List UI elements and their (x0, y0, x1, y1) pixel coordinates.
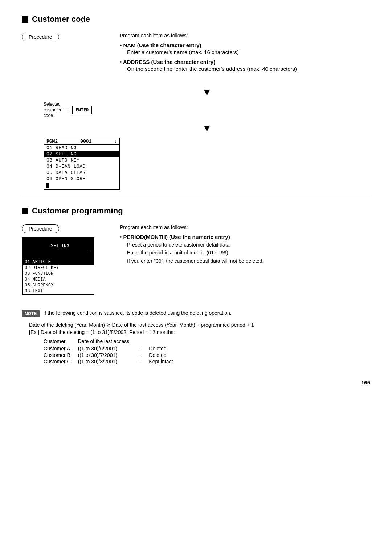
section2-left: Procedure SETTING ↓ 01 ARTICLE 02 DIRECT… (22, 224, 109, 299)
table-cell-date-c: ((1 to 30)/8/2001) (78, 358, 137, 365)
page-number: 165 (22, 379, 370, 386)
period-desc-1: Preset a period to delete customer detai… (127, 241, 370, 249)
arrow-right-icon: → (64, 107, 69, 113)
section1-procedure-badge: Procedure (22, 33, 59, 41)
section2-title: Customer programming (22, 206, 370, 216)
setting-row-2: 02 DIRECT KEY (23, 265, 94, 271)
lcd-row-2: 02 SETTING (44, 151, 119, 157)
section2: Customer programming Procedure SETTING ↓… (22, 206, 370, 365)
customer-table: Customer Date of the last access Custome… (44, 338, 180, 365)
period-desc-3: If you enter "00", the customer detail d… (127, 257, 370, 265)
col-header-customer: Customer (44, 338, 78, 345)
lcd-row-6: 06 OPEN STORE (44, 176, 119, 182)
lcd-scroll-icon: ↓ (114, 139, 117, 144)
note-box: NOTE If the following condition is satis… (22, 310, 370, 317)
section2-bullet-descs: Preset a period to delete customer detai… (127, 241, 370, 265)
setting-header: SETTING ↓ (23, 238, 94, 259)
lcd-row-4: 04 D-EAN LOAD (44, 163, 119, 170)
setting-row-3: 03 FUNCTION (23, 271, 94, 277)
col-header-date: Date of the last access (78, 338, 137, 345)
table-cell-date-a: ((1 to 30)/6/2001) (78, 345, 137, 352)
arrow-down-2: ▼ (44, 122, 370, 134)
setting-row-6: 06 TEXT (23, 288, 94, 294)
section2-procedure-badge: Procedure (22, 224, 59, 233)
setting-row-4: 04 MEDIA (23, 277, 94, 282)
table-cell-arrow-c: → (136, 358, 149, 365)
section1-diagram: ▼ Selected customer code → ENTER ▼ PGM2 … (44, 86, 370, 190)
section1-bullet1-desc: Enter a customer's name (max. 16 charact… (127, 49, 370, 55)
section1-intro: Program each item as follows: (120, 33, 370, 38)
section2-bullet-label: • PERIOD(MONTH) (Use the numeric entry) (120, 234, 370, 240)
table-cell-date-b: ((1 to 30)/7/2001) (78, 352, 137, 358)
section1-content: Procedure Program each item as follows: … (22, 33, 370, 76)
arrow-down-1: ▼ (44, 86, 370, 98)
lcd-cursor (46, 183, 49, 188)
table-cell-customer-c: Customer C (44, 358, 78, 365)
col-header-result (149, 338, 180, 345)
lcd-cursor-row (44, 182, 119, 189)
section1-bullet1-label: • NAM (Use the character entry) (120, 42, 370, 48)
selected-customer-label: Selected customer code (44, 102, 61, 119)
lcd-header: PGM2 0001 ↓ (44, 138, 119, 145)
section1-bullet2-desc: On the second line, enter the customer's… (127, 66, 370, 72)
note-badge: NOTE (22, 310, 40, 317)
section1-icon (22, 16, 28, 23)
formula-text: Date of the deleting (Year, Month) ≧ Dat… (29, 322, 370, 328)
lcd-row-5: 05 DATA CLEAR (44, 170, 119, 176)
lcd-screen: PGM2 0001 ↓ 01 READING 02 SETTING 03 AUT… (44, 138, 120, 190)
enter-key-row: Selected customer code → ENTER (44, 102, 370, 119)
setting-row-1: 01 ARTICLE (23, 259, 94, 265)
lcd-row-3: 03 AUTO KEY (44, 157, 119, 163)
section2-bullet: • PERIOD(MONTH) (Use the numeric entry) … (120, 234, 370, 265)
col-header-arrow (136, 338, 149, 345)
section1-title: Customer code (22, 15, 370, 24)
setting-screen: SETTING ↓ 01 ARTICLE 02 DIRECT KEY 03 FU… (22, 237, 94, 295)
table-row: Customer C ((1 to 30)/8/2001) → Kept int… (44, 358, 180, 365)
section1-right: Program each item as follows: • NAM (Use… (120, 33, 370, 76)
section2-right: Program each item as follows: • PERIOD(M… (120, 224, 370, 299)
section2-icon (22, 208, 28, 214)
period-desc-2: Enter the period in a unit of month. (01… (127, 249, 370, 257)
setting-row-5: 05 CURRENCY (23, 282, 94, 288)
lcd-row-1: 01 READING (44, 145, 119, 151)
table-cell-result-a: Deleted (149, 345, 180, 352)
section-divider (22, 197, 370, 197)
section1-bullet2-label: • ADDRESS (Use the character entry) (120, 59, 370, 65)
section2-content: Procedure SETTING ↓ 01 ARTICLE 02 DIRECT… (22, 224, 370, 299)
table-cell-result-b: Deleted (149, 352, 180, 358)
lcd-header-right: 0001 (80, 139, 91, 144)
table-cell-result-c: Kept intact (149, 358, 180, 365)
lcd-header-left: PGM2 (46, 139, 58, 144)
enter-key-box: ENTER (72, 106, 92, 114)
table-cell-customer-b: Customer B (44, 352, 78, 358)
example-text: [Ex.] Date of the deleting = (1 to 31)/8… (29, 329, 370, 335)
table-cell-customer-a: Customer A (44, 345, 78, 352)
table-cell-arrow-a: → (136, 345, 149, 352)
section1-left: Procedure (22, 33, 109, 76)
section1-bullet1: • NAM (Use the character entry) Enter a … (120, 42, 370, 55)
section1-bullet2: • ADDRESS (Use the character entry) On t… (120, 59, 370, 72)
note-text: If the following condition is satisfied,… (43, 310, 231, 316)
formula-section: Date of the deleting (Year, Month) ≧ Dat… (29, 322, 370, 365)
section2-intro: Program each item as follows: (120, 224, 370, 230)
table-row: Customer A ((1 to 30)/6/2001) → Deleted (44, 345, 180, 352)
table-cell-arrow-b: → (136, 352, 149, 358)
table-row: Customer B ((1 to 30)/7/2001) → Deleted (44, 352, 180, 358)
section1: Customer code Procedure Program each ite… (22, 15, 370, 190)
